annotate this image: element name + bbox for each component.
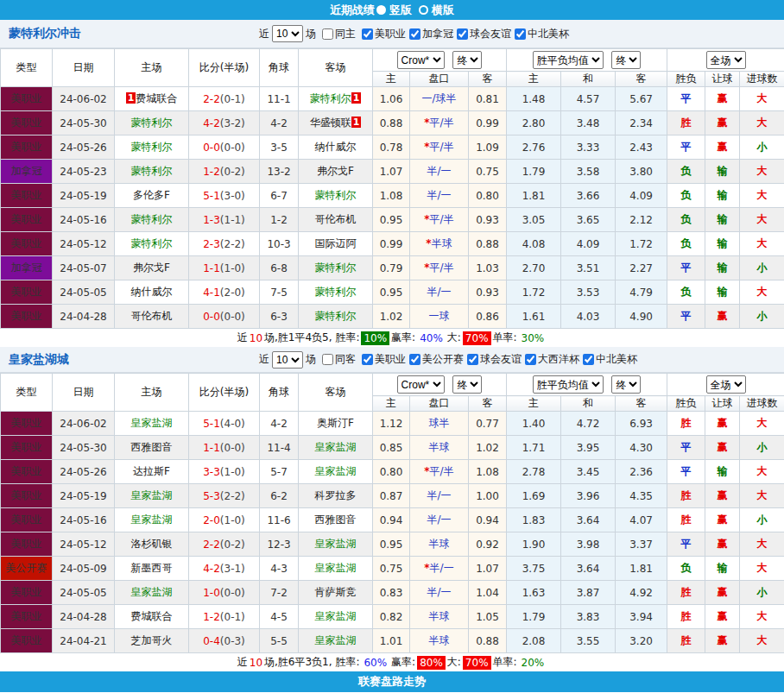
same-away-checkbox[interactable] (322, 354, 333, 365)
team-name[interactable]: 肯萨斯竞 (315, 586, 357, 598)
euro-home-odds-cell: 1.79 (507, 605, 561, 629)
team-name[interactable]: 蒙特利尔 (131, 213, 173, 225)
same-venue-option[interactable]: 同客 (319, 352, 356, 367)
league-filter-option[interactable]: 加拿冠 (406, 27, 453, 41)
team-name[interactable]: 皇家盐湖 (131, 489, 173, 501)
final-avg-select[interactable]: 终 (611, 51, 641, 69)
team-name[interactable]: 蒙特利尔 (310, 92, 351, 104)
over-rate-label: 大: (447, 331, 461, 345)
final-odds-select[interactable]: 终 (452, 51, 482, 69)
euro-home-odds-cell: 1.71 (507, 436, 561, 460)
league-filter-option[interactable]: 中北美杯 (579, 352, 637, 367)
avg-odds-select[interactable]: 胜平负均值 (533, 375, 604, 394)
home-team-cell: 哥伦布机 (115, 305, 189, 329)
league-checkbox[interactable] (525, 354, 536, 365)
team-name[interactable]: 多伦多F (133, 189, 170, 201)
team-name[interactable]: 皇家盐湖 (131, 417, 173, 429)
team-name[interactable]: 芝加哥火 (131, 634, 173, 646)
team-name[interactable]: 西雅图音 (131, 441, 173, 453)
asian-home-odds-cell: 0.85 (373, 436, 410, 460)
games-count-select[interactable]: 10 (272, 351, 303, 369)
team-name[interactable]: 费城联合 (131, 610, 173, 622)
team-name[interactable]: 弗尔戈F (133, 261, 170, 274)
team-name[interactable]: 西雅图音 (315, 513, 357, 526)
league-filter-option[interactable]: 球会友谊 (464, 352, 522, 367)
away-team-cell: 皇家盐湖 (299, 605, 373, 629)
league-checkbox[interactable] (515, 28, 526, 40)
asian-home-odds-cell: 0.95 (373, 208, 410, 232)
team-name[interactable]: 蒙特利尔 (131, 165, 173, 177)
league-checkbox[interactable] (583, 354, 594, 365)
team-name[interactable]: 皇家盐湖 (315, 634, 357, 646)
team-name[interactable]: 华盛顿联 (310, 117, 351, 129)
score-cell: 0-0(0-0) (189, 305, 260, 329)
final-odds-select[interactable]: 终 (452, 375, 482, 394)
col-result: 胜负 (667, 396, 705, 412)
team-name[interactable]: 科罗拉多 (315, 489, 357, 501)
team-name[interactable]: 皇家盐湖 (315, 538, 357, 550)
team-name[interactable]: 达拉斯F (133, 465, 170, 477)
league-checkbox[interactable] (362, 354, 373, 365)
team-name[interactable]: 蒙特利尔 (131, 117, 173, 129)
type-cell: 美职业 (1, 135, 53, 160)
league-checkbox[interactable] (362, 28, 373, 40)
league-checkbox[interactable] (409, 28, 420, 40)
league-checkbox[interactable] (457, 28, 468, 40)
team-name[interactable]: 奥斯汀F (317, 417, 354, 429)
handicap-line-cell: 半/一 (410, 184, 469, 208)
team-name[interactable]: 蒙特利尔 (315, 261, 357, 274)
team-name[interactable]: 弗尔戈F (317, 165, 354, 177)
team-name-heading[interactable]: 蒙特利尔冲击 (0, 26, 259, 41)
horizontal-layout-radio[interactable] (419, 5, 428, 15)
avg-odds-select[interactable]: 胜平负均值 (533, 51, 604, 69)
team-name[interactable]: 国际迈阿 (315, 237, 357, 249)
league-filter-option[interactable]: 中北美杯 (511, 27, 569, 41)
euro-draw-odds-cell: 3.83 (561, 605, 616, 629)
fulltime-select[interactable]: 全场 (706, 375, 746, 394)
games-count-select[interactable]: 10 (272, 25, 303, 42)
team-name[interactable]: 皇家盐湖 (131, 513, 173, 526)
team-name[interactable]: 哥伦布机 (315, 213, 357, 225)
odds-source-select[interactable]: Crow* (397, 375, 445, 394)
team-name[interactable]: 蒙特利尔 (315, 310, 357, 322)
league-filter-option[interactable]: 美职业 (358, 352, 406, 367)
team-name[interactable]: 新墨西哥 (131, 562, 173, 574)
euro-home-odds-cell: 1.79 (507, 160, 561, 184)
league-filter-option[interactable]: 美职业 (358, 27, 406, 41)
same-venue-option[interactable]: 同主 (319, 27, 356, 41)
type-cell: 美职业 (1, 605, 53, 629)
league-filter-option[interactable]: 大西洋杯 (522, 352, 579, 367)
league-checkbox[interactable] (409, 354, 420, 365)
team-name[interactable]: 皇家盐湖 (315, 562, 357, 574)
team-name[interactable]: 蒙特利尔 (131, 237, 173, 249)
same-home-checkbox[interactable] (322, 28, 333, 40)
odds-source-select[interactable]: Crow* (397, 51, 445, 69)
col-away: 客场 (299, 374, 373, 412)
asian-home-odds-cell: 0.94 (373, 508, 410, 532)
team-name[interactable]: 哥伦布机 (131, 310, 173, 322)
team-name[interactable]: 皇家盐湖 (131, 586, 173, 598)
team-name-heading[interactable]: 皇家盐湖城 (0, 352, 259, 368)
league-checkbox[interactable] (467, 354, 478, 365)
horizontal-layout-label: 横版 (432, 3, 454, 18)
team-name[interactable]: 蒙特利尔 (315, 286, 357, 298)
team-name[interactable]: 纳什威尔 (315, 141, 357, 153)
team-name[interactable]: 皇家盐湖 (315, 610, 357, 622)
type-cell: 美职业 (1, 532, 53, 557)
final-avg-select[interactable]: 终 (611, 375, 641, 394)
team-name[interactable]: 皇家盐湖 (315, 441, 357, 453)
team-name[interactable]: 蒙特利尔 (131, 141, 173, 153)
team-name[interactable]: 费城联合 (136, 92, 177, 104)
fulltime-select[interactable]: 全场 (706, 51, 746, 69)
team-name[interactable]: 皇家盐湖 (315, 465, 357, 477)
result-cell: 胜 (667, 508, 705, 532)
league-filter-option[interactable]: 美公开赛 (406, 352, 464, 367)
vertical-layout-radio[interactable] (376, 5, 386, 15)
corner-cell: 4-2 (260, 412, 299, 436)
team-name[interactable]: 蒙特利尔 (315, 189, 357, 201)
team-name[interactable]: 纳什威尔 (131, 286, 173, 298)
euro-away-odds-cell: 4.07 (616, 508, 667, 532)
team-name[interactable]: 洛杉矶银 (131, 538, 173, 550)
league-filter-option[interactable]: 球会友谊 (453, 27, 511, 41)
asian-home-odds-cell: 1.02 (373, 305, 410, 329)
